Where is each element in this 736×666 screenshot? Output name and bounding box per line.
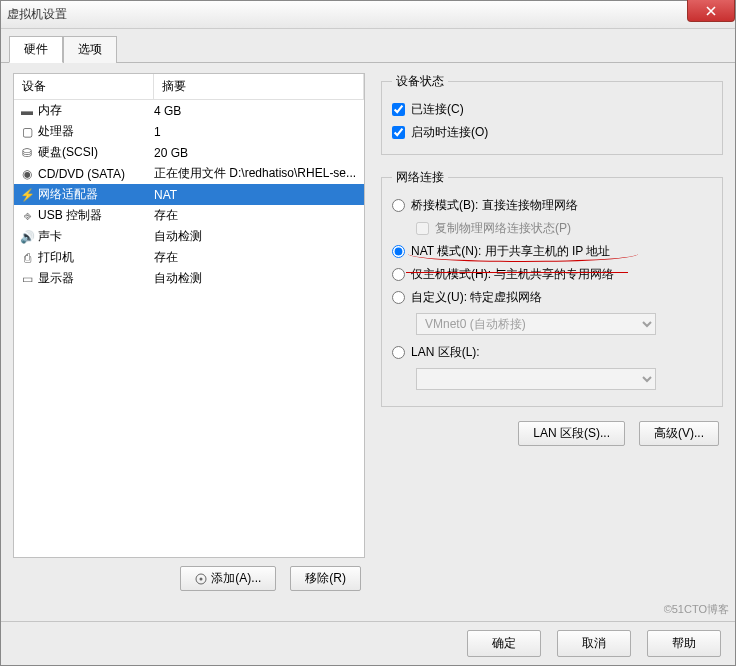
lan-label: LAN 区段(L): <box>411 344 480 361</box>
usb-icon: ⎆ <box>18 209 36 223</box>
left-panel: 设备 摘要 ▬内存4 GB▢处理器1⛁硬盘(SCSI)20 GB◉CD/DVD … <box>13 73 365 591</box>
cpu-icon: ▢ <box>18 125 36 139</box>
hostonly-row[interactable]: 仅主机模式(H): 与主机共享的专用网络 <box>392 263 712 286</box>
lan-segments-button[interactable]: LAN 区段(S)... <box>518 421 625 446</box>
device-status-legend: 设备状态 <box>392 73 448 90</box>
connected-row[interactable]: 已连接(C) <box>392 98 712 121</box>
nat-row[interactable]: NAT 模式(N): 用于共享主机的 IP 地址 <box>392 240 712 263</box>
device-name: 处理器 <box>36 123 154 140</box>
replicate-checkbox <box>416 222 429 235</box>
vmnet-select-row: VMnet0 (自动桥接) <box>416 313 656 335</box>
titlebar: 虚拟机设置 <box>1 1 735 29</box>
device-row[interactable]: ▢处理器1 <box>14 121 364 142</box>
tab-bar: 硬件 选项 <box>1 29 735 63</box>
connected-label: 已连接(C) <box>411 101 464 118</box>
settings-window: 虚拟机设置 硬件 选项 设备 摘要 ▬内存4 GB▢处理器1⛁硬盘(SCSI)2… <box>0 0 736 666</box>
display-icon: ▭ <box>18 272 36 286</box>
gear-icon <box>195 573 207 585</box>
custom-row[interactable]: 自定义(U): 特定虚拟网络 <box>392 286 712 309</box>
lan-radio[interactable] <box>392 346 405 359</box>
bridged-row[interactable]: 桥接模式(B): 直接连接物理网络 <box>392 194 712 217</box>
nat-radio[interactable] <box>392 245 405 258</box>
close-button[interactable] <box>687 0 735 22</box>
lan-row[interactable]: LAN 区段(L): <box>392 341 712 364</box>
cancel-button[interactable]: 取消 <box>557 630 631 657</box>
custom-radio[interactable] <box>392 291 405 304</box>
device-summary: 正在使用文件 D:\redhatiso\RHEL-se... <box>154 165 360 182</box>
bridged-label: 桥接模式(B): 直接连接物理网络 <box>411 197 578 214</box>
cd-icon: ◉ <box>18 167 36 181</box>
device-summary: 20 GB <box>154 146 360 160</box>
device-row[interactable]: ⎙打印机存在 <box>14 247 364 268</box>
lan-select-row <box>416 368 656 390</box>
device-row[interactable]: ⚡网络适配器NAT <box>14 184 364 205</box>
right-panel: 设备状态 已连接(C) 启动时连接(O) 网络连接 桥接模式(B): 直接连接物… <box>381 73 723 591</box>
tab-hardware[interactable]: 硬件 <box>9 36 63 63</box>
device-list: 设备 摘要 ▬内存4 GB▢处理器1⛁硬盘(SCSI)20 GB◉CD/DVD … <box>13 73 365 558</box>
add-button-label: 添加(A)... <box>211 570 261 587</box>
advanced-button[interactable]: 高级(V)... <box>639 421 719 446</box>
connect-start-label: 启动时连接(O) <box>411 124 488 141</box>
device-name: 网络适配器 <box>36 186 154 203</box>
device-name: 内存 <box>36 102 154 119</box>
lan-select <box>416 368 656 390</box>
disk-icon: ⛁ <box>18 146 36 160</box>
device-summary: 自动检测 <box>154 228 360 245</box>
content-area: 设备 摘要 ▬内存4 GB▢处理器1⛁硬盘(SCSI)20 GB◉CD/DVD … <box>1 63 735 601</box>
device-name: USB 控制器 <box>36 207 154 224</box>
annotation-strike <box>406 272 628 273</box>
device-summary: 1 <box>154 125 360 139</box>
replicate-row: 复制物理网络连接状态(P) <box>416 217 712 240</box>
annotation-underline <box>408 254 638 262</box>
vmnet-select: VMnet0 (自动桥接) <box>416 313 656 335</box>
window-title: 虚拟机设置 <box>7 6 67 23</box>
device-summary: NAT <box>154 188 360 202</box>
list-header: 设备 摘要 <box>14 74 364 100</box>
bottom-bar: 确定 取消 帮助 <box>1 621 735 665</box>
device-row[interactable]: ▬内存4 GB <box>14 100 364 121</box>
right-button-row: LAN 区段(S)... 高级(V)... <box>381 421 723 446</box>
device-summary: 自动检测 <box>154 270 360 287</box>
net-icon: ⚡ <box>18 188 36 202</box>
column-summary[interactable]: 摘要 <box>154 74 364 99</box>
device-name: 显示器 <box>36 270 154 287</box>
add-button[interactable]: 添加(A)... <box>180 566 276 591</box>
device-name: CD/DVD (SATA) <box>36 167 154 181</box>
device-name: 硬盘(SCSI) <box>36 144 154 161</box>
ok-button[interactable]: 确定 <box>467 630 541 657</box>
bridged-radio[interactable] <box>392 199 405 212</box>
device-summary: 存在 <box>154 249 360 266</box>
custom-label: 自定义(U): 特定虚拟网络 <box>411 289 542 306</box>
help-button[interactable]: 帮助 <box>647 630 721 657</box>
close-icon <box>706 6 716 16</box>
network-legend: 网络连接 <box>392 169 448 186</box>
column-device[interactable]: 设备 <box>14 74 154 99</box>
hostonly-radio[interactable] <box>392 268 405 281</box>
device-name: 打印机 <box>36 249 154 266</box>
connected-checkbox[interactable] <box>392 103 405 116</box>
remove-button[interactable]: 移除(R) <box>290 566 361 591</box>
connect-start-row[interactable]: 启动时连接(O) <box>392 121 712 144</box>
device-summary: 存在 <box>154 207 360 224</box>
connect-start-checkbox[interactable] <box>392 126 405 139</box>
device-row[interactable]: ⛁硬盘(SCSI)20 GB <box>14 142 364 163</box>
device-row[interactable]: ◉CD/DVD (SATA)正在使用文件 D:\redhatiso\RHEL-s… <box>14 163 364 184</box>
device-row[interactable]: ⎆USB 控制器存在 <box>14 205 364 226</box>
replicate-label: 复制物理网络连接状态(P) <box>435 220 571 237</box>
printer-icon: ⎙ <box>18 251 36 265</box>
device-summary: 4 GB <box>154 104 360 118</box>
sound-icon: 🔊 <box>18 230 36 244</box>
device-row[interactable]: ▭显示器自动检测 <box>14 268 364 289</box>
memory-icon: ▬ <box>18 104 36 118</box>
device-status-group: 设备状态 已连接(C) 启动时连接(O) <box>381 73 723 155</box>
device-row[interactable]: 🔊声卡自动检测 <box>14 226 364 247</box>
left-button-row: 添加(A)... 移除(R) <box>13 558 365 591</box>
watermark: ©51CTO博客 <box>664 602 729 617</box>
device-name: 声卡 <box>36 228 154 245</box>
tab-options[interactable]: 选项 <box>63 36 117 63</box>
svg-point-1 <box>200 577 203 580</box>
network-connection-group: 网络连接 桥接模式(B): 直接连接物理网络 复制物理网络连接状态(P) NAT… <box>381 169 723 407</box>
hostonly-label: 仅主机模式(H): 与主机共享的专用网络 <box>411 266 614 283</box>
